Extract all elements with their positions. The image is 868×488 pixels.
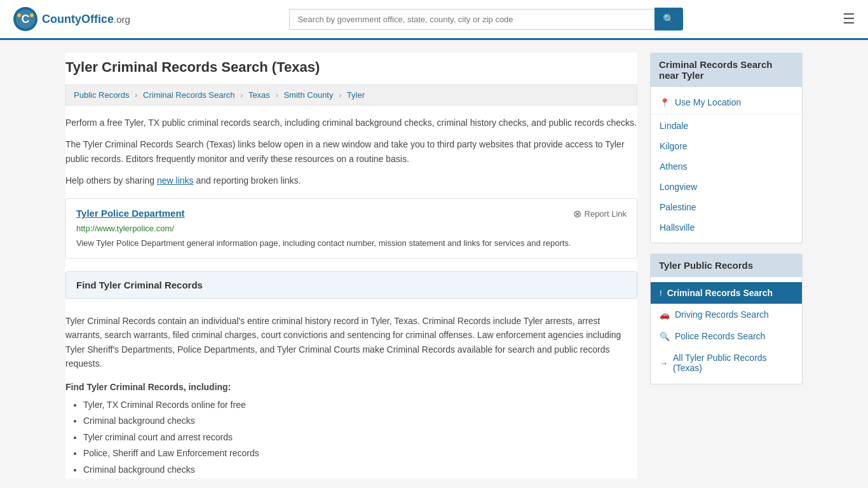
resource-desc: View Tyler Police Department general inf…	[76, 237, 627, 250]
nearby-cities-list: LindaleKilgoreAthensLongviewPalestineHal…	[651, 116, 802, 238]
list-item: Criminal background checks	[83, 463, 637, 477]
resource-url[interactable]: http://www.tylerpolice.com/	[76, 224, 627, 233]
nearby-body: 📍 Use My Location LindaleKilgoreAthensLo…	[650, 87, 803, 243]
svg-text:C: C	[22, 13, 30, 25]
description-1: Perform a free Tyler, TX public criminal…	[65, 116, 637, 130]
svg-point-3	[17, 13, 21, 17]
report-icon: ⊗	[573, 208, 581, 220]
list-item: Tyler criminal court and arrest records	[83, 430, 637, 444]
find-subtitle: Find Tyler Criminal Records, including:	[65, 380, 637, 394]
location-pin-icon: 📍	[660, 98, 670, 107]
report-link-button[interactable]: ⊗ Report Link	[573, 208, 627, 220]
list-item: Tyler, TX Criminal Records online for fr…	[83, 398, 637, 412]
breadcrumb: Public Records › Criminal Records Search…	[65, 85, 637, 105]
search-area: 🔍	[289, 8, 683, 30]
breadcrumb-smith-county[interactable]: Smith County	[283, 90, 333, 100]
breadcrumb-texas[interactable]: Texas	[248, 90, 270, 100]
resource-card: Tyler Police Department ⊗ Report Link ht…	[65, 198, 637, 259]
page-title: Tyler Criminal Records Search (Texas)	[65, 59, 637, 76]
pub-records-icon: 🔍	[660, 332, 670, 341]
search-button[interactable]: 🔍	[654, 8, 683, 30]
nearby-city-item[interactable]: Palestine	[651, 197, 802, 217]
pub-records-link[interactable]: Criminal Records Search	[667, 288, 773, 298]
breadcrumb-criminal-records[interactable]: Criminal Records Search	[143, 90, 235, 100]
logo-text: CountyOffice.org	[42, 13, 130, 26]
public-records-item[interactable]: !Criminal Records Search	[651, 282, 802, 304]
search-input[interactable]	[289, 9, 654, 30]
nearby-header: Criminal Records Search near Tyler	[650, 53, 803, 87]
sidebar: Criminal Records Search near Tyler 📍 Use…	[650, 53, 803, 478]
use-my-location[interactable]: 📍 Use My Location	[651, 92, 802, 112]
breadcrumb-public-records[interactable]: Public Records	[74, 90, 129, 100]
list-item: Criminal background checks	[83, 414, 637, 428]
public-records-item[interactable]: 🔍Police Records Search	[651, 325, 802, 347]
content-area: Tyler Criminal Records Search (Texas) Pu…	[65, 53, 637, 478]
nearby-section: Criminal Records Search near Tyler 📍 Use…	[650, 53, 803, 243]
description-3: Help others by sharing new links and rep…	[65, 173, 637, 187]
public-records-section: Tyler Public Records !Criminal Records S…	[650, 254, 803, 384]
resource-link[interactable]: Tyler Police Department	[76, 208, 185, 219]
find-section-title: Find Tyler Criminal Records	[76, 280, 627, 290]
find-body-text: Tyler Criminal Records contain an indivi…	[65, 314, 637, 371]
logo-area[interactable]: C CountyOffice.org	[13, 6, 130, 32]
svg-point-4	[30, 13, 34, 17]
description-2: The Tyler Criminal Records Search (Texas…	[65, 137, 637, 166]
main-container: Tyler Criminal Records Search (Texas) Pu…	[53, 40, 815, 488]
hamburger-menu-icon[interactable]: ☰	[843, 12, 855, 26]
find-section-body: Tyler Criminal Records contain an indivi…	[65, 306, 637, 477]
public-records-item[interactable]: 🚗Driving Records Search	[651, 304, 802, 325]
new-links-link[interactable]: new links	[157, 175, 194, 186]
find-section-header: Find Tyler Criminal Records	[65, 271, 637, 299]
public-records-body: !Criminal Records Search🚗Driving Records…	[650, 277, 803, 384]
nearby-city-item[interactable]: Kilgore	[651, 136, 802, 156]
list-item: Police, Sheriff and Law Enforcement reco…	[83, 446, 637, 460]
pub-records-icon: !	[660, 288, 662, 298]
find-list: Tyler, TX Criminal Records online for fr…	[65, 398, 637, 477]
public-records-item[interactable]: →All Tyler Public Records (Texas)	[651, 347, 802, 379]
pub-records-link[interactable]: Police Records Search	[675, 331, 765, 341]
resource-title: Tyler Police Department	[76, 208, 185, 219]
nearby-city-item[interactable]: Lindale	[651, 116, 802, 136]
pub-records-link[interactable]: Driving Records Search	[675, 309, 769, 320]
public-records-header: Tyler Public Records	[650, 254, 803, 277]
logo-icon: C	[13, 6, 38, 32]
nearby-city-item[interactable]: Hallsville	[651, 217, 802, 238]
pub-records-link[interactable]: All Tyler Public Records (Texas)	[673, 353, 793, 373]
nearby-city-item[interactable]: Longview	[651, 177, 802, 197]
pub-records-icon: →	[660, 358, 668, 368]
site-header: C CountyOffice.org 🔍 ☰	[0, 0, 868, 40]
breadcrumb-tyler[interactable]: Tyler	[347, 90, 365, 100]
pub-records-icon: 🚗	[660, 310, 670, 320]
nearby-city-item[interactable]: Athens	[651, 156, 802, 177]
